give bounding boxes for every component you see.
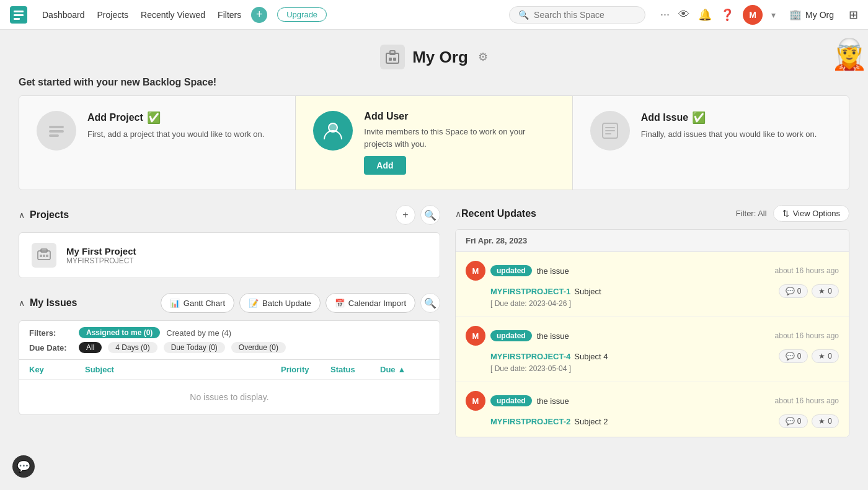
col-status[interactable]: Status xyxy=(330,365,380,374)
project-key: MYFIRSTPROJECT xyxy=(66,256,136,265)
search-issues-button[interactable]: 🔍 xyxy=(420,293,440,313)
update-text-2: the issue xyxy=(537,331,770,341)
project-card[interactable]: My First Project MYFIRSTPROJECT xyxy=(19,232,440,278)
add-project-button[interactable]: + xyxy=(396,205,415,225)
org-settings-icon[interactable]: ⚙ xyxy=(478,50,488,64)
notification-icon[interactable]: 🔔 xyxy=(698,8,712,22)
col-due[interactable]: Due ▲ xyxy=(380,365,430,374)
star-button-1[interactable]: ★ 0 xyxy=(812,284,839,298)
update-avatar-2: M xyxy=(466,326,485,346)
org-selector[interactable]: 🏢 My Org xyxy=(789,9,834,20)
col-priority[interactable]: Priority xyxy=(281,365,330,374)
nav-recently-viewed[interactable]: Recently Viewed xyxy=(141,10,205,20)
due-date-label: Due Date: xyxy=(29,343,73,352)
main-content: My Org ⚙ Get started with your new Backl… xyxy=(0,30,868,490)
issue-subject-3: Subject 2 xyxy=(574,417,608,426)
search-input[interactable] xyxy=(534,10,633,20)
nav-filters[interactable]: Filters xyxy=(218,10,241,20)
update-item: M updated the issue about 16 hours ago M… xyxy=(456,382,849,437)
top-navigation: Dashboard Projects Recently Viewed Filte… xyxy=(0,0,868,30)
add-button[interactable]: + xyxy=(251,7,267,23)
add-project-icon xyxy=(37,111,76,151)
batch-update-button[interactable]: 📝 Batch Update xyxy=(239,293,321,313)
search-bar[interactable]: 🔍 xyxy=(509,6,645,24)
update-avatar-3: M xyxy=(466,391,485,411)
svg-rect-14 xyxy=(605,130,615,131)
help-icon[interactable]: ❓ xyxy=(720,8,734,22)
col-key[interactable]: Key xyxy=(29,365,85,374)
date-header: Fri Apr. 28, 2023 xyxy=(456,230,849,252)
left-column: ∧ Projects + 🔍 xyxy=(19,205,440,437)
app-grid-icon[interactable]: ⊞ xyxy=(849,8,858,22)
calendar-icon: 📅 xyxy=(335,299,345,308)
filters-label: Filters: xyxy=(29,328,73,338)
my-issues-toggle-icon[interactable]: ∧ xyxy=(19,298,25,308)
add-project-desc: First, add a project that you would like… xyxy=(87,128,278,141)
filter-due-today-chip[interactable]: Due Today (0) xyxy=(164,342,225,353)
recent-updates-toggle[interactable]: ∧ xyxy=(455,209,461,219)
org-title: My Org xyxy=(412,48,468,67)
issue-link-2[interactable]: MYFIRSTPROJECT-4 xyxy=(490,352,570,361)
assigned-to-me-filter[interactable]: Assigned to me (0) xyxy=(79,327,160,338)
svg-rect-9 xyxy=(49,130,64,133)
batch-update-icon: 📝 xyxy=(249,299,259,308)
comment-button-3[interactable]: 💬 0 xyxy=(779,414,808,428)
upgrade-button[interactable]: Upgrade xyxy=(277,7,327,22)
topnav-icon-group: ··· 👁 🔔 ❓ M ▾ xyxy=(660,5,776,25)
onboarding-card-add-issue: Add Issue ✅ Finally, add issues that you… xyxy=(573,96,849,190)
add-user-title: Add User xyxy=(364,111,554,122)
svg-rect-7 xyxy=(393,58,396,61)
nav-projects[interactable]: Projects xyxy=(97,10,129,20)
comment-icon-2: 💬 xyxy=(786,352,795,361)
recent-updates-card: Fri Apr. 28, 2023 M updated the issue ab… xyxy=(455,229,849,437)
svg-rect-1 xyxy=(14,11,24,12)
search-projects-button[interactable]: 🔍 xyxy=(420,205,440,225)
update-item: M updated the issue about 16 hours ago M… xyxy=(456,252,849,317)
more-options-icon[interactable]: ··· xyxy=(660,8,670,21)
comment-button-1[interactable]: 💬 0 xyxy=(779,284,808,298)
nav-links: Dashboard Projects Recently Viewed Filte… xyxy=(42,10,241,20)
filter-all-chip[interactable]: All xyxy=(79,342,102,353)
recent-updates-header: ∧ Recent Updates Filter: All ⇅ View Opti… xyxy=(455,205,849,222)
star-button-3[interactable]: ★ 0 xyxy=(812,414,839,428)
comment-button-2[interactable]: 💬 0 xyxy=(779,349,808,363)
filter-all-label: Filter: All xyxy=(736,209,767,218)
filter-overdue-chip[interactable]: Overdue (0) xyxy=(231,342,286,353)
onboarding-title: Get started with your new Backlog Space! xyxy=(19,77,849,88)
col-subject[interactable]: Subject xyxy=(85,365,281,374)
issue-link-3[interactable]: MYFIRSTPROJECT-2 xyxy=(490,417,570,426)
avatar-dropdown-icon[interactable]: ▾ xyxy=(771,10,776,20)
comment-icon-3: 💬 xyxy=(786,417,795,426)
issue-subject-2: Subject 4 xyxy=(574,352,608,361)
projects-toggle-icon[interactable]: ∧ xyxy=(19,210,25,220)
add-issue-title: Add Issue ✅ xyxy=(641,111,831,125)
created-by-me-filter[interactable]: Created by me (4) xyxy=(166,328,231,338)
nav-dashboard[interactable]: Dashboard xyxy=(42,10,85,20)
my-issues-header: ∧ My Issues 📊 Gantt Chart 📝 Batch Update… xyxy=(19,293,440,313)
svg-rect-3 xyxy=(14,18,20,20)
projects-section-header: ∧ Projects + 🔍 xyxy=(19,205,440,225)
issues-table-empty: No issues to display. xyxy=(19,380,440,414)
update-text-3: the issue xyxy=(537,396,770,406)
search-icon: 🔍 xyxy=(518,10,529,20)
app-logo[interactable] xyxy=(10,6,27,24)
star-button-2[interactable]: ★ 0 xyxy=(812,349,839,363)
filter-4days-chip[interactable]: 4 Days (0) xyxy=(108,342,157,353)
issue-subject-1: Subject xyxy=(574,287,601,296)
issue-link-1[interactable]: MYFIRSTPROJECT-1 xyxy=(490,287,570,296)
gantt-chart-button[interactable]: 📊 Gantt Chart xyxy=(161,293,234,313)
comment-icon-1: 💬 xyxy=(786,287,795,295)
two-column-layout: ∧ Projects + 🔍 xyxy=(19,205,849,437)
recent-updates-title: Recent Updates xyxy=(461,208,736,219)
add-user-button[interactable]: Add xyxy=(364,156,405,175)
mascot-image: 🧝 xyxy=(831,37,868,72)
calendar-import-button[interactable]: 📅 Calendar Import xyxy=(326,293,415,313)
update-badge-1: updated xyxy=(490,265,532,276)
accessibility-icon[interactable]: 👁 xyxy=(678,8,689,21)
view-options-button[interactable]: ⇅ View Options xyxy=(773,205,849,222)
svg-rect-19 xyxy=(43,255,45,257)
update-avatar-1: M xyxy=(466,261,485,281)
svg-rect-20 xyxy=(46,255,48,257)
chat-bubble-button[interactable]: 💬 xyxy=(12,455,35,478)
user-avatar[interactable]: M xyxy=(743,5,763,25)
